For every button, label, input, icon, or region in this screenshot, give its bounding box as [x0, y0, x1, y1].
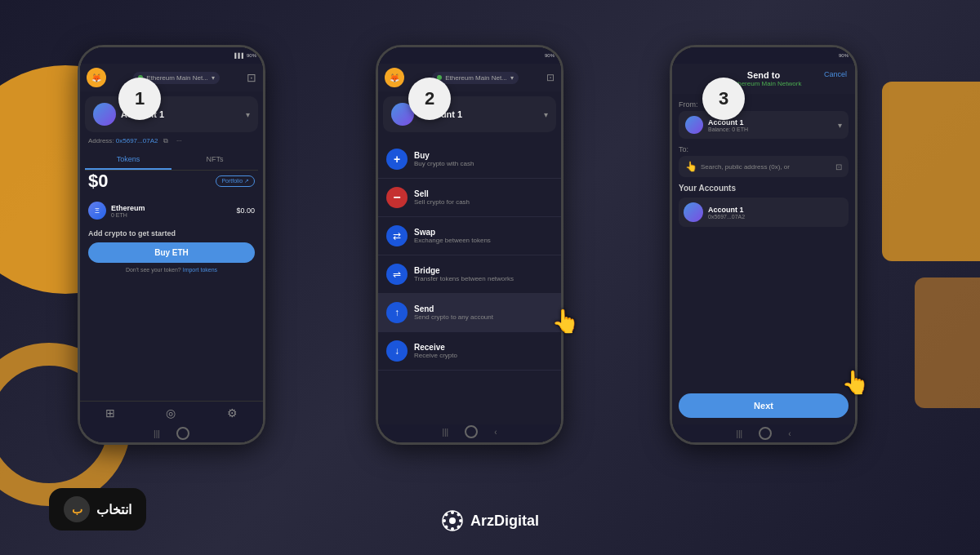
network-name: Ethereum Main Net...: [146, 74, 208, 82]
phone-2-status-icons: 90%: [545, 53, 555, 58]
phone-3: 90% Send to ● Ethereum Main Network Canc…: [670, 45, 858, 445]
phone-2-network[interactable]: Ethereum Main Net... ▾: [432, 72, 519, 84]
eth-token-value: $0.00: [236, 206, 255, 215]
to-placeholder: Search, public address (0x), or: [701, 163, 790, 171]
nav-back-icon[interactable]: |||: [154, 429, 160, 438]
menu-item-send[interactable]: ↑ Send Send crypto to any account: [378, 294, 561, 332]
svg-point-5: [459, 519, 462, 522]
swap-title: Swap: [414, 228, 491, 237]
phone-3-form: From: Account 1 Balance: 0 ETH ▾ To: 👆 S…: [672, 94, 855, 387]
phone3-nav-forward[interactable]: ‹: [788, 429, 791, 438]
battery-percent: 90%: [247, 53, 256, 58]
add-crypto-title: Add crypto to get started: [88, 229, 255, 238]
nav-settings-icon[interactable]: ⚙: [227, 406, 238, 420]
phone3-home-button[interactable]: [759, 427, 772, 440]
hand-icon-to: 👆: [685, 161, 697, 172]
phone-1-nav-bar: 🦊 Ethereum Main Net... ▾ ⊡: [80, 64, 263, 91]
nav-home-button[interactable]: [176, 427, 189, 440]
phone2-network-chevron: ▾: [510, 74, 514, 82]
your-account-address: 0x5697...07A2: [708, 214, 745, 220]
phone2-home-button[interactable]: [465, 425, 478, 438]
swap-icon: ⇄: [386, 225, 408, 246]
step-badge-3: 3: [702, 78, 745, 120]
buy-icon: +: [386, 149, 408, 170]
arzdigital-text: ArzDigital: [470, 513, 539, 530]
portfolio-label: Portfolio ↗: [221, 178, 249, 184]
to-input-field[interactable]: 👆 Search, public address (0x), or ⊡: [679, 156, 849, 177]
phone2-nav-forward[interactable]: ‹: [494, 428, 497, 437]
svg-point-6: [444, 513, 448, 517]
nav-activity-icon[interactable]: ◎: [166, 406, 176, 420]
phone-1-account-row[interactable]: Account 1 ▾: [85, 96, 258, 132]
bridge-text: Bridge Transfer tokens between networks: [414, 266, 514, 282]
svg-point-4: [443, 519, 446, 522]
buy-eth-button[interactable]: Buy ETH: [88, 242, 255, 263]
from-dropdown-chevron: ▾: [838, 121, 842, 130]
receive-subtitle: Receive crypto: [414, 352, 457, 359]
send-to-title: Send to: [680, 70, 847, 80]
your-account-info: Account 1 0x5697...07A2: [708, 206, 745, 220]
phone-3-container: 3 90% Send to ● Ethereum Main Network Ca…: [670, 45, 858, 445]
address-more-icon[interactable]: ···: [176, 137, 182, 144]
phone2-scan-icon[interactable]: ⊡: [546, 72, 555, 83]
phone-2-container: 2 90% 🦊 Ethereum Main Net... ▾ ⊡: [376, 45, 564, 445]
address-copy-icon[interactable]: ⧉: [163, 137, 168, 144]
next-button[interactable]: Next: [679, 393, 849, 418]
your-account-item[interactable]: Account 1 0x5697...07A2: [679, 198, 849, 227]
phone-1-tabs: Tokens NFTs: [85, 150, 258, 171]
bridge-title: Bridge: [414, 266, 514, 275]
buy-subtitle: Buy crypto with cash: [414, 160, 474, 167]
sell-text: Sell Sell crypto for cash: [414, 189, 470, 206]
tab-nfts[interactable]: NFTs: [172, 150, 258, 170]
swap-subtitle: Exchange between tokens: [414, 237, 491, 244]
menu-item-sell[interactable]: − Sell Sell crypto for cash: [378, 179, 561, 217]
phone-2-screen: 90% 🦊 Ethereum Main Net... ▾ ⊡ Account 1…: [378, 47, 561, 442]
phone-1-home-bar: |||: [80, 424, 263, 442]
phone3-battery-percent: 90%: [839, 53, 849, 58]
phone-1: ▌▌▌ 90% 🦊 Ethereum Main Net... ▾ ⊡ Accou…: [78, 45, 265, 445]
phone-1-token-row[interactable]: Ξ Ethereum 0 ETH $0.00: [80, 197, 263, 224]
hand-cursor-send: 👆: [551, 308, 580, 335]
balance-amount: $0: [88, 171, 108, 192]
phone-1-balance-row: $0 Portfolio ↗: [80, 171, 263, 197]
phone2-nav-back[interactable]: |||: [442, 428, 448, 437]
svg-point-3: [451, 527, 454, 531]
svg-point-9: [444, 526, 448, 529]
to-scan-icon[interactable]: ⊡: [835, 162, 842, 171]
your-account-avatar: [684, 202, 703, 222]
your-account-name: Account 1: [708, 206, 745, 214]
send-title: Send: [414, 304, 493, 313]
phone-3-status-icons: 90%: [839, 53, 849, 58]
nav-home-icon[interactable]: ⊞: [105, 406, 115, 420]
sell-title: Sell: [414, 189, 470, 198]
phone-2-nav-bar: 🦊 Ethereum Main Net... ▾ ⊡: [378, 64, 561, 91]
step-badge-1: 1: [118, 78, 161, 120]
persian-logo: ب انتخاب: [49, 488, 146, 531]
from-dropdown[interactable]: Account 1 Balance: 0 ETH ▾: [679, 111, 849, 139]
import-link[interactable]: Import tokens: [183, 267, 217, 273]
phone3-nav-back[interactable]: |||: [736, 429, 742, 438]
phone-1-status-icons: ▌▌▌ 90%: [234, 53, 256, 58]
svg-point-8: [457, 513, 460, 517]
svg-point-7: [457, 526, 460, 529]
menu-item-swap[interactable]: ⇄ Swap Exchange between tokens: [378, 217, 561, 255]
menu-item-receive[interactable]: ↓ Receive Receive crypto: [378, 332, 561, 371]
send-cancel-button[interactable]: Cancel: [824, 70, 847, 78]
menu-item-buy[interactable]: + Buy Buy crypto with cash: [378, 140, 561, 179]
svg-point-2: [451, 511, 454, 514]
scan-icon[interactable]: ⊡: [247, 71, 256, 84]
menu-item-bridge[interactable]: ⇌ Bridge Transfer tokens between network…: [378, 255, 561, 294]
phone-3-screen: 90% Send to ● Ethereum Main Network Canc…: [672, 47, 855, 442]
phone-1-address-row: Address: 0x5697...07A2 ⧉ ···: [80, 137, 263, 150]
receive-title: Receive: [414, 343, 457, 352]
address-value: 0x5697...07A2: [116, 137, 158, 144]
receive-icon: ↓: [386, 340, 408, 362]
import-text: Don't see your token? Import tokens: [88, 267, 255, 273]
bridge-icon: ⇌: [386, 264, 408, 285]
phone-3-send-header: Send to ● Ethereum Main Network Cancel: [672, 64, 855, 94]
tab-tokens[interactable]: Tokens: [85, 150, 172, 170]
send-subtitle: Send crypto to any account: [414, 313, 493, 321]
portfolio-button[interactable]: Portfolio ↗: [216, 175, 255, 187]
phone-2-status-bar: 90%: [378, 47, 561, 64]
eth-token-name: Ethereum: [111, 204, 236, 212]
